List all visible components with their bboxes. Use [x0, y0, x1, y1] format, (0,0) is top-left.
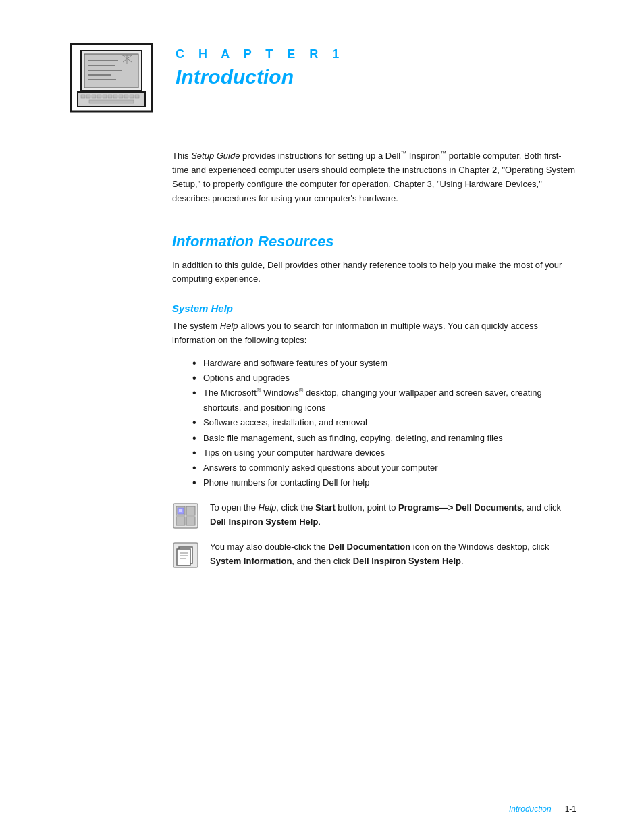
svg-rect-2: [84, 54, 138, 88]
chapter-header: C H A P T E R 1 Introduction: [68, 41, 576, 115]
system-help-intro: The system Help allows you to search for…: [172, 319, 576, 348]
chapter-title-block: C H A P T E R 1 Introduction: [176, 41, 344, 88]
svg-rect-35: [177, 549, 190, 565]
svg-rect-23: [135, 95, 139, 98]
note-1-text: To open the Help, click the Start button…: [210, 501, 576, 529]
info-resources-section: Information Resources In addition to thi…: [68, 233, 576, 287]
bullet-list: Hardware and software features of your s…: [192, 356, 576, 490]
note-2-row: You may also double-click the Dell Docum…: [172, 540, 576, 569]
note-1-row: To open the Help, click the Start button…: [172, 501, 576, 529]
info-resources-intro: In addition to this guide, Dell provides…: [172, 259, 576, 287]
intro-paragraph: This Setup Guide provides instructions f…: [172, 149, 576, 206]
chapter-name: Introduction: [176, 66, 344, 88]
list-item: Basic file management, such as finding, …: [192, 431, 576, 446]
svg-rect-12: [78, 92, 145, 107]
svg-rect-29: [186, 517, 195, 525]
svg-rect-22: [130, 95, 134, 98]
system-help-section: System Help The system Help allows you t…: [68, 303, 576, 569]
svg-rect-21: [124, 95, 128, 98]
note-2-text: You may also double-click the Dell Docum…: [210, 540, 576, 569]
info-resources-heading: Information Resources: [172, 233, 576, 251]
svg-rect-17: [103, 95, 107, 98]
footer-page-num: 1-1: [565, 804, 576, 814]
list-item: Software access, installation, and remov…: [192, 415, 576, 430]
start-button-icon: [172, 502, 199, 529]
list-item: Options and upgrades: [192, 371, 576, 386]
svg-rect-19: [113, 95, 117, 98]
svg-rect-13: [81, 95, 85, 98]
chapter-laptop-icon: [68, 41, 155, 115]
list-item: Hardware and software features of your s…: [192, 356, 576, 371]
svg-rect-24: [89, 100, 134, 103]
chapter-label: C H A P T E R 1: [176, 47, 344, 61]
svg-rect-16: [97, 95, 101, 98]
content-area: C H A P T E R 1 Introduction This Setup …: [0, 0, 644, 620]
dell-documentation-icon: [172, 542, 199, 569]
svg-rect-15: [92, 95, 96, 98]
svg-rect-27: [186, 506, 195, 515]
page-footer: Introduction 1-1: [509, 804, 576, 814]
footer-label: Introduction: [509, 804, 552, 814]
list-item: Phone numbers for contacting Dell for he…: [192, 475, 576, 490]
list-item: Answers to commonly asked questions abou…: [192, 461, 576, 475]
svg-rect-14: [86, 95, 90, 98]
svg-rect-18: [108, 95, 112, 98]
svg-rect-28: [176, 517, 185, 525]
list-item: Tips on using your computer hardware dev…: [192, 446, 576, 461]
list-item: The Microsoft® Windows® desktop, changin…: [192, 386, 576, 416]
svg-rect-20: [119, 95, 123, 98]
page: C H A P T E R 1 Introduction This Setup …: [0, 0, 644, 834]
system-help-heading: System Help: [172, 303, 576, 314]
